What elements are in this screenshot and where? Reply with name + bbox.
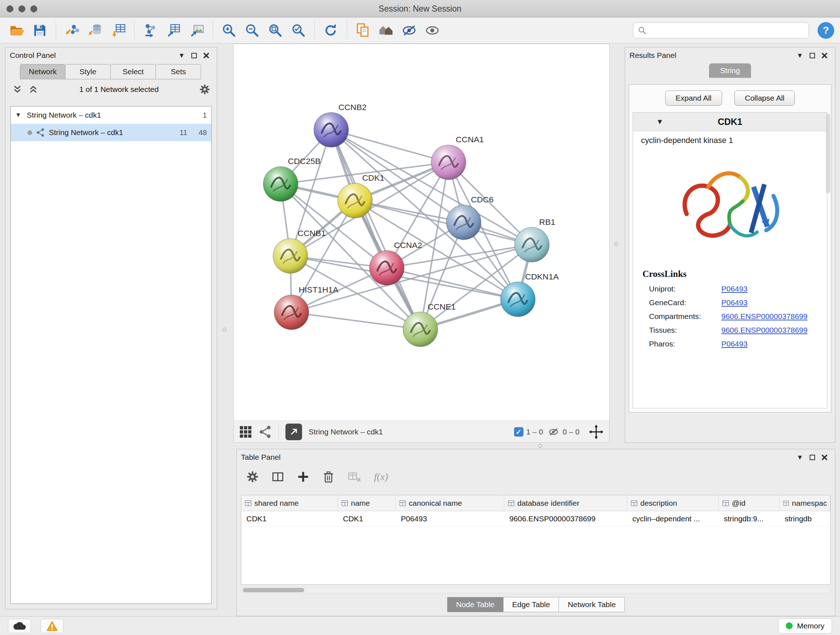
network-node-CDC25B[interactable]: CDC25B: [264, 157, 321, 201]
selected-checkbox-icon[interactable]: [514, 427, 523, 437]
panel-menu-icon[interactable]: ▾: [175, 49, 188, 62]
collapse-all-icon[interactable]: [11, 83, 24, 96]
search-input[interactable]: [650, 27, 804, 35]
memory-button[interactable]: Memory: [778, 618, 832, 633]
table-cell-namespac[interactable]: stringdb: [780, 511, 830, 526]
network-canvas[interactable]: CCNB2CCNA1CDC25BCDK1CDC6RB1CCNB1CCNA2CDK…: [234, 44, 609, 421]
results-scrollbar[interactable]: [826, 114, 830, 193]
zoom-selected-button[interactable]: [287, 19, 309, 41]
protein-section-header[interactable]: ▼ CDK1: [633, 112, 827, 131]
right-splitter-grip[interactable]: [614, 242, 618, 246]
help-button[interactable]: ?: [818, 22, 834, 39]
network-row[interactable]: String Network – cdk1 11 48: [11, 124, 211, 141]
zoom-out-button[interactable]: [241, 19, 263, 41]
network-overview-icon[interactable]: [258, 424, 272, 439]
delete-column-trash-icon[interactable]: [322, 470, 335, 483]
hide-panel-button[interactable]: [398, 19, 420, 41]
tab-network-table[interactable]: Network Table: [559, 597, 625, 612]
column-header-description[interactable]: description: [627, 495, 719, 511]
table-cell-database-identifier[interactable]: 9606.ENSP00000378699: [504, 511, 627, 526]
close-panel-icon[interactable]: ×: [818, 49, 831, 62]
scrollbar-thumb[interactable]: [243, 588, 304, 592]
table-cell-canonical-name[interactable]: P06493: [396, 511, 504, 526]
column-header-canonical-name[interactable]: canonical name: [396, 495, 504, 511]
bottom-splitter-grip[interactable]: [538, 444, 542, 448]
tab-edge-table[interactable]: Edge Table: [503, 597, 559, 612]
float-panel-icon[interactable]: [806, 49, 818, 62]
add-column-plus-icon[interactable]: [297, 470, 309, 483]
crosslink-link[interactable]: P06493: [722, 283, 747, 295]
column-header-namespac[interactable]: namespac: [780, 495, 830, 511]
zoom-window-button[interactable]: [30, 5, 37, 12]
table-cell--id[interactable]: stringdb:9...: [719, 511, 780, 526]
fit-content-crosshair-icon[interactable]: [589, 424, 603, 439]
table-cell-description[interactable]: cyclin–dependent ...: [627, 511, 719, 526]
memory-label: Memory: [797, 622, 824, 630]
column-header-database-identifier[interactable]: database identifier: [504, 495, 627, 511]
network-node-CDKN1A[interactable]: CDKN1A: [501, 272, 559, 317]
close-panel-icon[interactable]: ×: [200, 49, 212, 62]
tab-network[interactable]: Network: [20, 64, 65, 79]
column-header-shared-name[interactable]: shared name: [241, 495, 338, 511]
expand-all-button[interactable]: Expand All: [665, 90, 722, 106]
table-row[interactable]: CDK1CDK1P064939606.ENSP00000378699cyclin…: [241, 511, 830, 526]
apply-layout-button[interactable]: [320, 19, 341, 41]
expand-all-icon[interactable]: [27, 83, 39, 96]
export-network-view-button[interactable]: [286, 424, 302, 440]
show-panel-button[interactable]: [422, 19, 443, 41]
zoom-in-button[interactable]: [218, 19, 240, 41]
crosslink-link[interactable]: 9606.ENSP00000378699: [722, 311, 807, 322]
network-edge-CCNB2-CCNE1[interactable]: [331, 130, 420, 329]
cloud-status-button[interactable]: [8, 619, 31, 633]
grid-view-icon[interactable]: [240, 426, 252, 438]
network-node-CDK1[interactable]: CDK1: [338, 173, 384, 218]
left-splitter-grip[interactable]: [223, 328, 226, 332]
import-table-button[interactable]: [107, 19, 129, 41]
clone-network-button[interactable]: [352, 19, 374, 41]
network-node-HIST1H1A[interactable]: HIST1H1A: [274, 285, 339, 330]
collapse-all-button[interactable]: Collapse All: [734, 90, 795, 106]
open-session-button[interactable]: [6, 19, 27, 41]
tab-node-table[interactable]: Node Table: [447, 597, 504, 612]
network-node-CCNA1[interactable]: CCNA1: [431, 135, 484, 180]
table-horizontal-scrollbar[interactable]: [241, 587, 831, 593]
export-table-button[interactable]: [163, 19, 185, 41]
new-network-button[interactable]: [140, 19, 161, 41]
table-cell-name[interactable]: CDK1: [338, 511, 396, 526]
tab-select[interactable]: Select: [111, 64, 156, 79]
table-cell-shared-name[interactable]: CDK1: [241, 511, 338, 526]
save-session-button[interactable]: [29, 19, 51, 41]
crosslink-link[interactable]: P06493: [722, 339, 747, 349]
close-window-button[interactable]: [6, 5, 13, 12]
float-panel-icon[interactable]: [806, 451, 818, 463]
tab-sets[interactable]: Sets: [156, 64, 201, 79]
crosslink-link[interactable]: 9606.ENSP00000378699: [722, 325, 807, 336]
column-header--id[interactable]: @id: [719, 495, 780, 511]
warnings-button[interactable]: [41, 619, 64, 633]
panel-menu-icon[interactable]: ▾: [794, 49, 806, 62]
import-database-button[interactable]: [84, 19, 106, 41]
network-canvas-area[interactable]: CCNB2CCNA1CDC25BCDK1CDC6RB1CCNB1CCNA2CDK…: [234, 44, 609, 421]
gear-icon[interactable]: [199, 83, 211, 96]
tree-expander-icon[interactable]: ▼: [15, 111, 23, 119]
network-node-CCNB2[interactable]: CCNB2: [314, 103, 367, 147]
close-panel-icon[interactable]: ×: [818, 451, 831, 463]
table-settings-gear-icon[interactable]: [246, 470, 259, 483]
network-edge-HIST1H1A-CCNE1[interactable]: [292, 312, 420, 329]
panel-menu-icon[interactable]: ▾: [794, 451, 806, 463]
show-columns-icon[interactable]: [271, 470, 284, 483]
column-header-name[interactable]: name: [338, 495, 396, 511]
tab-string[interactable]: String: [709, 63, 751, 78]
export-image-button[interactable]: [186, 19, 208, 41]
tab-style[interactable]: Style: [65, 64, 111, 79]
section-collapse-icon[interactable]: ▼: [656, 118, 663, 126]
minimize-window-button[interactable]: [19, 5, 25, 12]
network-collection-row[interactable]: ▼ String Network – cdk1 1: [11, 106, 211, 124]
import-network-button[interactable]: [61, 19, 83, 41]
network-edge-CDK1-RB1[interactable]: [355, 201, 532, 245]
crosslink-link[interactable]: P06493: [722, 297, 747, 308]
zoom-fit-button[interactable]: [264, 19, 286, 41]
network-node-RB1[interactable]: RB1: [515, 217, 555, 262]
float-panel-icon[interactable]: [188, 49, 200, 62]
birdseye-view-button[interactable]: [375, 19, 397, 41]
